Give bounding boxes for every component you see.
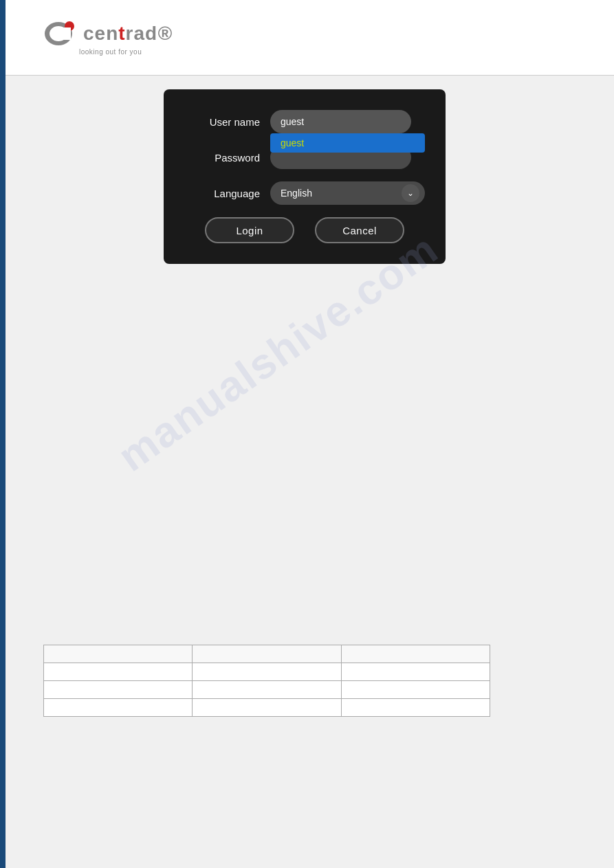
table-cell (44, 681, 193, 699)
svg-rect-3 (63, 27, 71, 40)
table-row (44, 681, 490, 699)
autocomplete-suggestion[interactable]: guest (270, 133, 425, 153)
username-input[interactable] (270, 110, 411, 133)
table-cell (44, 645, 193, 663)
logo-brand-text: centrad® (83, 23, 173, 45)
table-row (44, 663, 490, 681)
language-select-wrapper: English French German Spanish ⌄ (270, 181, 425, 205)
table-cell (341, 699, 490, 717)
login-button[interactable]: Login (205, 217, 294, 243)
left-sidebar (0, 0, 6, 868)
centrad-logo-icon (43, 19, 79, 48)
logo-tagline: looking out for you (43, 48, 142, 56)
table-row (44, 699, 490, 717)
username-row: User name guest (184, 110, 425, 133)
table-cell (44, 699, 193, 717)
logo-container: centrad® looking out for you (43, 19, 173, 56)
table-row (44, 645, 490, 663)
table-cell (341, 663, 490, 681)
language-label: Language (184, 188, 260, 199)
dialog-buttons-row: Login Cancel (184, 217, 425, 243)
table-cell (193, 699, 341, 717)
bottom-table (43, 645, 490, 717)
table-cell (44, 663, 193, 681)
table-cell (341, 681, 490, 699)
username-input-wrapper: guest (270, 110, 425, 133)
username-label: User name (184, 116, 260, 128)
main-content: User name guest Password Language Englis… (6, 76, 614, 868)
header: centrad® looking out for you (6, 0, 614, 76)
login-dialog: User name guest Password Language Englis… (164, 89, 446, 264)
table-cell (341, 645, 490, 663)
cancel-button[interactable]: Cancel (315, 217, 404, 243)
password-label: Password (184, 152, 260, 164)
table-cell (193, 645, 341, 663)
language-row: Language English French German Spanish ⌄ (184, 181, 425, 205)
table-cell (193, 663, 341, 681)
logo-main: centrad® (43, 19, 173, 48)
bottom-table-container (43, 645, 576, 717)
table-cell (193, 681, 341, 699)
language-select[interactable]: English French German Spanish (270, 181, 425, 205)
